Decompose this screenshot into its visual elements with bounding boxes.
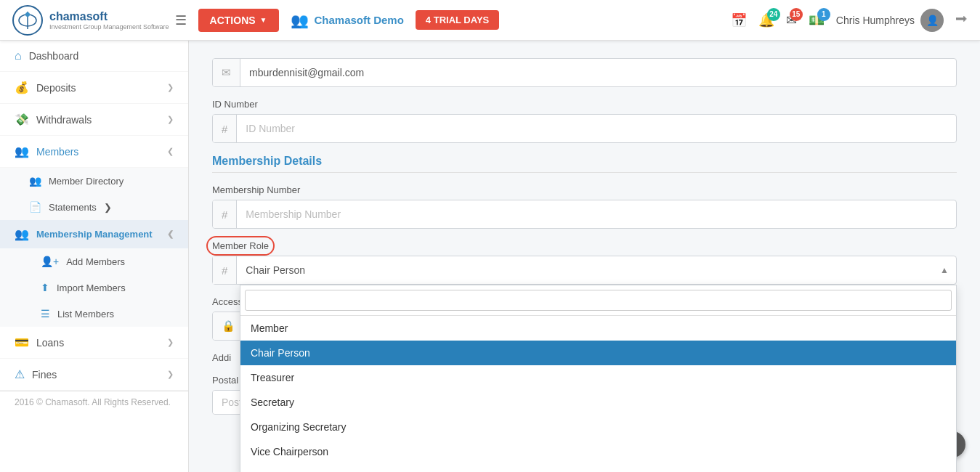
id-number-input[interactable] (237, 117, 956, 140)
member-role-selected-value: Chair Person (237, 259, 933, 282)
dropdown-item[interactable]: Vice Treasurer (240, 464, 956, 472)
member-role-select-icon: # (213, 256, 237, 284)
sidebar-item-statements[interactable]: 📄 Statements ❯ (0, 194, 188, 220)
withdrawal-icon: 💸 (15, 113, 29, 126)
dropdown-item[interactable]: Member (240, 316, 956, 341)
member-role-dropdown-menu: MemberChair PersonTreasurerSecretaryOrga… (240, 285, 957, 472)
id-icon: # (213, 115, 237, 142)
dropdown-item[interactable]: Chair Person (240, 341, 956, 365)
deposit-icon: 💰 (15, 81, 29, 94)
import-members-icon: ⬆ (41, 282, 49, 293)
members-label: Members (36, 146, 78, 158)
svg-point-3 (25, 12, 30, 17)
tasks-badge: 1 (817, 8, 830, 21)
nav-right: 📅 🔔 24 ✉ 15 💵 1 Chris Humphreys 👤 ⮕ (731, 9, 968, 32)
membership-details-title: Membership Details (212, 155, 957, 173)
email-input-wrapper: ✉ (212, 58, 957, 87)
sidebar-footer: 2016 © Chamasoft. All Rights Reserved. (0, 391, 188, 413)
hamburger-button[interactable]: ☰ (175, 12, 187, 28)
list-members-label: List Members (57, 309, 114, 320)
members-icon: 👥 (15, 145, 29, 158)
dropdown-item[interactable]: Secretary (240, 390, 956, 415)
fines-chevron-icon: ❯ (167, 370, 174, 379)
member-role-select-display[interactable]: # Chair Person ▲ (212, 256, 957, 285)
sidebar-section-membership[interactable]: 👥 Membership Management ❮ (0, 220, 188, 248)
user-info: Chris Humphreys 👤 (836, 9, 944, 32)
logo-icon (12, 4, 44, 36)
dropdown-search-input[interactable] (245, 290, 952, 311)
membership-number-icon: # (213, 200, 237, 228)
logo-text: chamasoft Investment Group Management So… (49, 10, 169, 30)
dropdown-item[interactable]: Organizing Secretary (240, 415, 956, 439)
membership-management-submenu: 👤+ Add Members ⬆ Import Members ☰ List M… (0, 248, 188, 327)
member-role-group: Member Role # Chair Person ▲ Memb (212, 240, 957, 285)
member-role-arrow-icon: ▲ (933, 265, 956, 275)
member-directory-icon: 👥 (29, 175, 41, 187)
trial-badge: 4 TRIAL DAYS (416, 10, 499, 30)
list-members-icon: ☰ (41, 308, 50, 320)
fines-icon: ⚠ (15, 367, 25, 381)
sidebar-item-fines[interactable]: ⚠ Fines ❯ (0, 359, 188, 391)
id-number-label: ID Number (212, 99, 957, 110)
statements-icon: 📄 (29, 201, 41, 213)
member-role-label-wrapper: Member Role (212, 240, 957, 251)
statements-label: Statements (49, 202, 97, 213)
user-name: Chris Humphreys (836, 15, 915, 26)
membership-number-group: Membership Number # (212, 184, 957, 229)
messages-btn[interactable]: ✉ 15 (786, 12, 797, 28)
notifications-badge: 24 (767, 8, 780, 21)
avatar: 👤 (920, 9, 944, 32)
id-number-input-wrapper: # (212, 114, 957, 143)
id-number-group: ID Number # (212, 99, 957, 143)
messages-badge: 15 (790, 8, 803, 21)
calendar-icon-btn[interactable]: 📅 (731, 12, 747, 28)
group-info: 👥 Chamasoft Demo (291, 12, 404, 29)
sidebar-item-withdrawals[interactable]: 💸 Withdrawals ❯ (0, 104, 188, 136)
members-chevron-icon: ❮ (167, 147, 174, 156)
membership-number-label: Membership Number (212, 184, 957, 195)
member-directory-label: Member Directory (49, 176, 123, 187)
email-input[interactable] (240, 61, 956, 84)
sidebar-item-add-members[interactable]: 👤+ Add Members (0, 248, 188, 274)
fines-label: Fines (32, 369, 57, 381)
deposits-chevron-icon: ❯ (167, 83, 174, 92)
sidebar-item-deposits[interactable]: 💰 Deposits ❯ (0, 72, 188, 104)
membership-number-input-wrapper: # (212, 200, 957, 229)
actions-caret-icon: ▼ (260, 16, 267, 24)
withdrawals-chevron-icon: ❯ (167, 115, 174, 124)
dropdown-item[interactable]: Vice Chairperson (240, 439, 956, 464)
layout: ⌂ Dashboard 💰 Deposits ❯ 💸 Withdrawals ❯… (0, 41, 980, 472)
sidebar-item-members[interactable]: 👥 Members ❮ (0, 136, 188, 168)
dashboard-label: Dashboard (29, 50, 79, 62)
dropdown-list: MemberChair PersonTreasurerSecretaryOrga… (240, 316, 956, 472)
tasks-btn[interactable]: 💵 1 (809, 12, 825, 28)
member-role-dropdown-container: # Chair Person ▲ MemberChair PersonTreas… (212, 256, 957, 285)
logo-subtitle: Investment Group Management Software (49, 23, 169, 30)
sidebar-item-list-members[interactable]: ☰ List Members (0, 301, 188, 327)
sidebar-item-loans[interactable]: 💳 Loans ❯ (0, 327, 188, 359)
dropdown-item[interactable]: Treasurer (240, 365, 956, 390)
actions-button[interactable]: ACTIONS ▼ (198, 9, 279, 32)
sidebar-item-member-directory[interactable]: 👥 Member Directory (0, 168, 188, 194)
loans-icon: 💳 (15, 335, 29, 349)
notifications-btn[interactable]: 🔔 24 (758, 12, 774, 28)
import-members-label: Import Members (57, 282, 126, 293)
email-field-group: ✉ (212, 58, 957, 87)
dropdown-search-wrapper (240, 285, 956, 316)
membership-mgmt-icon: 👥 (15, 227, 29, 241)
home-icon: ⌂ (15, 49, 22, 62)
signout-icon[interactable]: ⮕ (955, 12, 968, 28)
email-icon: ✉ (213, 59, 240, 86)
members-submenu: 👥 Member Directory 📄 Statements ❯ 👥 Memb… (0, 168, 188, 327)
sidebar-item-import-members[interactable]: ⬆ Import Members (0, 274, 188, 301)
membership-number-input[interactable] (237, 203, 956, 226)
calendar-icon: 📅 (731, 13, 747, 28)
logo-area: chamasoft Investment Group Management So… (12, 4, 169, 36)
main-content: ✉ ID Number # Membership Details Members… (189, 41, 980, 472)
group-icon: 👥 (291, 12, 309, 29)
loans-label: Loans (36, 337, 64, 349)
member-role-label: Member Role (212, 240, 269, 251)
loans-chevron-icon: ❯ (167, 338, 174, 347)
sidebar: ⌂ Dashboard 💰 Deposits ❯ 💸 Withdrawals ❯… (0, 41, 189, 472)
sidebar-item-dashboard[interactable]: ⌂ Dashboard (0, 41, 188, 72)
